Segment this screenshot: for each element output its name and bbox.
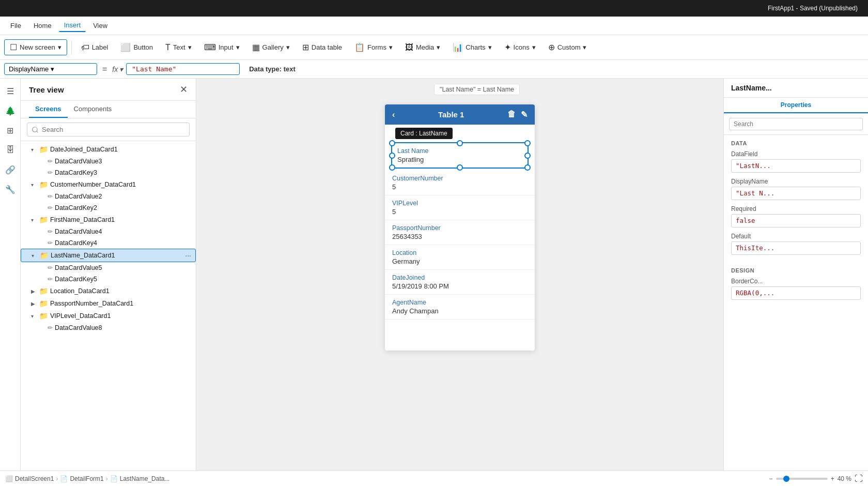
chevron-fn: ▾ (31, 217, 37, 223)
tree-item-passport[interactable]: ▶ 📁 PassportNumber_DataCard1 (21, 297, 196, 310)
resize-handle-tl[interactable] (389, 140, 395, 146)
more-options-lastname[interactable]: ··· (185, 251, 191, 260)
table-card-title: Table 1 (395, 110, 507, 119)
sidebar-close-button[interactable]: ✕ (180, 84, 188, 95)
text-button[interactable]: T Text ▾ (160, 40, 197, 55)
tree-item-datacardkey3[interactable]: ✏ DataCardKey3 (21, 167, 196, 178)
edit-icon-dcv5: ✏ (48, 264, 53, 271)
formula-input[interactable]: "Last Name" (126, 63, 240, 75)
formula-datatype: Data type: text (249, 65, 296, 73)
resize-handle-br[interactable] (524, 164, 531, 171)
resize-handle-tr[interactable] (524, 140, 531, 146)
chevron-loc: ▶ (31, 288, 37, 294)
tree-item-datacardkey2[interactable]: ✏ DataCardKey2 (21, 202, 196, 214)
toolbar-sep-1 (71, 40, 72, 55)
custom-button[interactable]: ⊕ Custom ▾ (543, 40, 592, 55)
selected-card-field[interactable]: Last Name Spratling (391, 142, 529, 169)
zoom-in-icon[interactable]: + (831, 475, 834, 482)
field-label-default: Default (731, 233, 861, 240)
charts-button[interactable]: 📊 Charts ▾ (447, 40, 497, 55)
tree-item-location[interactable]: ▶ 📁 Location_DataCard1 (21, 285, 196, 297)
tree-item-datacardvalue3[interactable]: ✏ DataCardValue3 (21, 156, 196, 167)
resize-handle-mr[interactable] (524, 153, 531, 159)
tree-item-datejoined[interactable]: ▾ 📁 DateJoined_DataCard1 (21, 143, 196, 156)
right-panel-design-section: DESIGN BorderCo... RGBA(0,... (724, 262, 868, 307)
breadcrumb-detailscreen1[interactable]: ⬜ DetailScreen1 (5, 475, 54, 482)
breadcrumb-detailform1[interactable]: 📄 DetailForm1 (60, 475, 103, 482)
field-value-displayname[interactable]: "Last N... (731, 187, 861, 200)
gallery-button[interactable]: ▦ Gallery ▾ (247, 40, 295, 55)
custom-chevron: ▾ (583, 43, 586, 51)
input-button[interactable]: ⌨ Input ▾ (199, 40, 245, 55)
breadcrumb-lastname-data[interactable]: 📄 LastName_Data... (110, 475, 170, 482)
right-panel-tab-properties[interactable]: Properties (724, 98, 868, 113)
card-field-value-0: 5 (392, 183, 528, 191)
sidebar-search-input[interactable] (27, 123, 190, 136)
property-dropdown[interactable]: DisplayName ▾ (4, 63, 97, 75)
edit-icon-dck3: ✏ (48, 169, 53, 176)
gallery-chevron: ▾ (286, 43, 290, 51)
screen-icon-1: ⬜ (5, 475, 13, 482)
tree-item-datacardvalue8[interactable]: ✏ DataCardValue8 (21, 322, 196, 333)
formula-fx-button[interactable]: fx ▾ (112, 65, 123, 73)
sidebar-tab-components[interactable]: Components (68, 101, 118, 118)
tree-item-lastname[interactable]: ▾ 📁 LastName_DataCard1 ··· (21, 249, 196, 262)
field-value-required[interactable]: false (731, 214, 861, 227)
newscreen-button[interactable]: ☐ New screen ▾ (4, 39, 67, 55)
edit-card-icon[interactable]: ✎ (521, 110, 528, 119)
zoom-slider[interactable] (776, 478, 828, 480)
nav-tools[interactable]: 🔧 (2, 181, 19, 198)
resize-handle-bl[interactable] (389, 164, 395, 171)
resize-handle-tc[interactable] (457, 140, 463, 146)
folder-icon-loc: 📁 (39, 287, 48, 295)
gallery-icon: ▦ (252, 42, 260, 52)
tree-item-viplevel[interactable]: ▾ 📁 VIPLevel_DataCard1 (21, 310, 196, 322)
resize-handle-ml[interactable] (389, 153, 395, 159)
tree-item-customernumber[interactable]: ▾ 📁 CustomerNumber_DataCard1 (21, 178, 196, 191)
zoom-out-icon[interactable]: − (769, 475, 773, 482)
edit-icon-dck5: ✏ (48, 276, 53, 283)
right-panel-field-datafield: DataField "LastN... (731, 150, 861, 173)
selected-field-label: Last Name (397, 147, 522, 155)
tree-item-datacardvalue4[interactable]: ✏ DataCardValue4 (21, 226, 196, 237)
menu-home[interactable]: Home (28, 20, 57, 32)
forms-button[interactable]: 📋 Forms ▾ (349, 40, 398, 55)
label-button[interactable]: 🏷 Label (76, 40, 114, 55)
folder-icon-vip: 📁 (39, 312, 48, 320)
field-value-default[interactable]: ThisIte... (731, 241, 861, 255)
expand-icon[interactable]: ⛶ (855, 474, 863, 483)
tree-item-firstname[interactable]: ▾ 📁 FirstName_DataCard1 (21, 214, 196, 226)
menu-file[interactable]: File (5, 20, 26, 32)
tree-item-datacardvalue5[interactable]: ✏ DataCardValue5 (21, 262, 196, 274)
nav-connections[interactable]: 🔗 (2, 161, 19, 178)
nav-tree[interactable]: 🌲 (2, 102, 19, 119)
card-field-value-2: 25634353 (392, 233, 528, 240)
edit-icon-dcv8: ✏ (48, 324, 53, 331)
field-value-borderco[interactable]: RGBA(0,... (731, 286, 861, 300)
tree-item-datacardkey4[interactable]: ✏ DataCardKey4 (21, 237, 196, 249)
trash-icon[interactable]: 🗑 (507, 110, 516, 119)
right-panel-data-label: DATA (731, 140, 861, 146)
media-button[interactable]: 🖼 Media ▾ (400, 40, 445, 55)
nav-data[interactable]: 🗄 (2, 142, 19, 158)
breadcrumb: ⬜ DetailScreen1 › 📄 DetailForm1 › 📄 Last… (5, 475, 169, 482)
field-label-datafield: DataField (731, 150, 861, 158)
tree-item-datacardvalue2[interactable]: ✏ DataCardValue2 (21, 191, 196, 202)
app-title: FirstApp1 - Saved (Unpublished) (768, 5, 858, 12)
menu-view[interactable]: View (88, 20, 113, 32)
sidebar-tab-screens[interactable]: Screens (29, 101, 68, 118)
form-icon-2: 📄 (110, 475, 118, 482)
media-icon: 🖼 (405, 43, 413, 52)
nav-components[interactable]: ⊞ (2, 122, 19, 139)
nav-hamburger[interactable]: ☰ (2, 83, 19, 99)
icons-button[interactable]: ✦ Icons ▾ (499, 40, 541, 55)
tooltip-container: Card : LastName (385, 125, 535, 140)
datatable-button[interactable]: ⊞ Data table (297, 40, 347, 55)
right-panel-search-input[interactable] (729, 118, 863, 130)
menu-insert[interactable]: Insert (59, 19, 86, 32)
button-button[interactable]: ⬜ Button (115, 40, 158, 55)
resize-handle-bc[interactable] (457, 164, 463, 171)
tree-item-datacardkey5[interactable]: ✏ DataCardKey5 (21, 274, 196, 285)
field-value-datafield[interactable]: "LastN... (731, 159, 861, 173)
table-card-actions: 🗑 ✎ (507, 110, 528, 119)
